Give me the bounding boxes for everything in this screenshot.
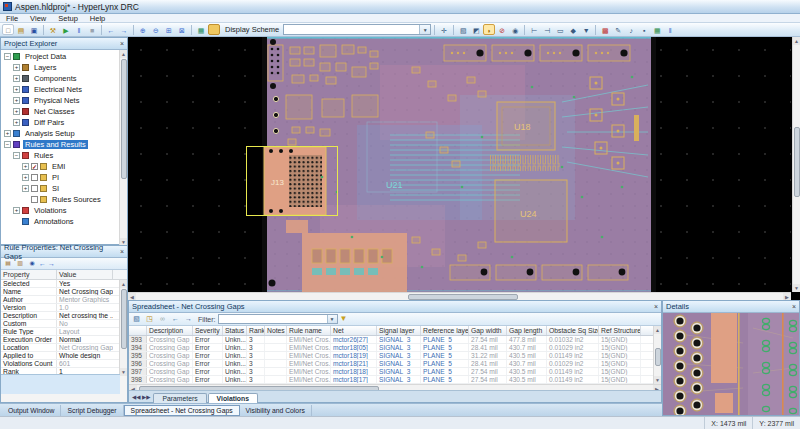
tree-item-violations[interactable]: +Violations bbox=[1, 205, 119, 216]
display-scheme-combo[interactable]: ▼ bbox=[283, 24, 431, 35]
select-icon[interactable]: ▧ bbox=[457, 24, 469, 35]
scroll-up-arrow[interactable]: ▲ bbox=[654, 326, 661, 334]
board-view-icon[interactable]: ▦ bbox=[195, 24, 207, 35]
tree-item-emi[interactable]: +✓EMI bbox=[1, 161, 119, 172]
column-header-description[interactable]: Description bbox=[147, 326, 193, 335]
property-value[interactable]: No bbox=[57, 320, 113, 327]
tree-item-pi[interactable]: +PI bbox=[1, 172, 119, 183]
plus-expander-icon[interactable]: + bbox=[13, 97, 20, 104]
zoom-in-icon[interactable]: ⊕ bbox=[137, 24, 149, 35]
new-file-icon[interactable]: □ bbox=[2, 24, 14, 35]
menu-setup[interactable]: Setup bbox=[52, 14, 84, 22]
violation-row-393[interactable]: 393Crossing GapErrorUnkn...3EMI/Net Cros… bbox=[129, 336, 653, 344]
plus-expander-icon[interactable]: + bbox=[22, 174, 29, 181]
property-row-custom[interactable]: CustomNo bbox=[1, 320, 119, 328]
property-value[interactable]: Yes bbox=[57, 280, 113, 287]
menu-file[interactable]: File bbox=[0, 14, 24, 22]
tree-item-physical-nets[interactable]: +Physical Nets bbox=[1, 95, 119, 106]
checkbox-unchecked[interactable] bbox=[31, 174, 38, 181]
tree-vscrollbar[interactable]: ▲ ▼ bbox=[119, 50, 127, 246]
property-column-header[interactable]: Property bbox=[1, 270, 57, 279]
marker-icon[interactable]: ◆ bbox=[567, 24, 579, 35]
cell-signal-layer[interactable]: SIGNAL_3 bbox=[377, 344, 421, 351]
property-value[interactable]: 601 bbox=[57, 360, 113, 367]
property-row-author[interactable]: AuthorMentor Graphics bbox=[1, 296, 119, 304]
dock-tab-visibility-and-colors[interactable]: Visibility and Colors bbox=[240, 405, 312, 416]
property-row-violations-count[interactable]: Violations Count601 bbox=[1, 360, 119, 368]
fit-view-icon[interactable]: ✛ bbox=[438, 24, 450, 35]
tab-nav-arrows[interactable]: ◀◀ ▶▶ bbox=[129, 391, 153, 402]
link-icon[interactable]: ∞ bbox=[157, 314, 168, 324]
plus-expander-icon[interactable]: + bbox=[22, 163, 29, 170]
scroll-thumb[interactable] bbox=[794, 127, 800, 197]
wrench-icon[interactable]: ⚒ bbox=[47, 24, 59, 35]
cell-reference-layer[interactable]: PLANE_5 bbox=[421, 376, 469, 383]
property-value[interactable]: 1.0 bbox=[57, 304, 113, 311]
forward-icon[interactable]: → bbox=[118, 24, 130, 35]
tab-parameters[interactable]: Parameters bbox=[153, 393, 206, 403]
scroll-down-arrow[interactable]: ▼ bbox=[654, 376, 661, 384]
property-value[interactable]: Net Crossing Gaps bbox=[57, 288, 113, 295]
cell-net[interactable]: mctor18[18] bbox=[331, 368, 377, 375]
tree-item-rules-sources[interactable]: Rules Sources bbox=[1, 194, 119, 205]
scroll-right-arrow[interactable]: ▶ bbox=[783, 293, 791, 300]
no-entry-icon[interactable]: ⊘ bbox=[496, 24, 508, 35]
tree-item-si[interactable]: +SI bbox=[1, 183, 119, 194]
property-value[interactable]: Normal bbox=[57, 336, 113, 343]
back-icon[interactable]: ← bbox=[105, 24, 117, 35]
row-number[interactable]: 398 bbox=[129, 376, 147, 383]
checkbox-unchecked[interactable] bbox=[31, 185, 38, 192]
row-number[interactable]: 394 bbox=[129, 344, 147, 351]
categorize-icon[interactable]: ▤ bbox=[3, 259, 13, 268]
violation-row-398[interactable]: 398Crossing GapErrorUnkn...3EMI/Net Cros… bbox=[129, 376, 653, 384]
property-value[interactable]: Layout bbox=[57, 328, 113, 335]
zoom-fit-icon[interactable]: ⊠ bbox=[176, 24, 188, 35]
plus-expander-icon[interactable]: + bbox=[13, 86, 20, 93]
column-header-gap-length[interactable]: Gap length bbox=[507, 326, 547, 335]
table-vscrollbar[interactable]: ▲ ▼ bbox=[653, 326, 661, 384]
back-icon[interactable]: ← bbox=[39, 260, 46, 267]
cell-signal-layer[interactable]: SIGNAL_3 bbox=[377, 376, 421, 383]
stop-icon[interactable]: ■ bbox=[86, 24, 98, 35]
minus-expander-icon[interactable]: − bbox=[4, 53, 11, 60]
violation-row-395[interactable]: 395Crossing GapErrorUnkn...3EMI/Net Cros… bbox=[129, 352, 653, 360]
colors-icon[interactable]: ▩ bbox=[599, 24, 611, 35]
forward-icon[interactable]: → bbox=[183, 314, 194, 324]
scroll-left-arrow[interactable]: ◀ bbox=[128, 293, 136, 300]
tree-item-project-data[interactable]: −Project Data bbox=[1, 51, 119, 62]
script-icon[interactable]: ♪ bbox=[625, 24, 637, 35]
cell-net[interactable]: mctor18[19] bbox=[331, 352, 377, 359]
plus-expander-icon[interactable]: + bbox=[13, 119, 20, 126]
cell-reference-layer[interactable]: PLANE_5 bbox=[421, 336, 469, 343]
display-swatch-icon[interactable] bbox=[208, 24, 220, 35]
pause-icon[interactable]: ‖ bbox=[73, 24, 85, 35]
value-column-header[interactable]: Value bbox=[57, 270, 113, 279]
column-header-ref-structure[interactable]: Ref Structure bbox=[599, 326, 641, 335]
column-header-gap-width[interactable]: Gap width bbox=[469, 326, 507, 335]
checkbox-unchecked[interactable] bbox=[31, 196, 38, 203]
property-value[interactable]: Net Crossing Gap... bbox=[57, 344, 113, 351]
edit-icon[interactable]: ✎ bbox=[612, 24, 624, 35]
property-row-version[interactable]: Version1.0 bbox=[1, 304, 119, 312]
tree-item-rules-and-results[interactable]: −Rules and Results bbox=[1, 139, 119, 150]
column-header-rule-name[interactable]: Rule name bbox=[287, 326, 331, 335]
violation-row-394[interactable]: 394Crossing GapErrorUnkn...3EMI/Net Cros… bbox=[129, 344, 653, 352]
cell-signal-layer[interactable]: SIGNAL_3 bbox=[377, 352, 421, 359]
dock-tab-script-debugger[interactable]: Script Debugger bbox=[61, 405, 123, 416]
column-header-severity[interactable]: Severity bbox=[193, 326, 223, 335]
plus-expander-icon[interactable]: + bbox=[4, 130, 11, 137]
measure-icon[interactable]: ▭ bbox=[554, 24, 566, 35]
zoom-area-icon[interactable]: ⊞ bbox=[163, 24, 175, 35]
property-row-rule-type[interactable]: Rule TypeLayout bbox=[1, 328, 119, 336]
close-icon[interactable]: × bbox=[120, 248, 124, 255]
cell-net[interactable]: mctor18[21] bbox=[331, 360, 377, 367]
tree-item-layers[interactable]: +Layers bbox=[1, 62, 119, 73]
tab-violations[interactable]: Violations bbox=[208, 393, 258, 403]
cell-signal-layer[interactable]: SIGNAL_3 bbox=[377, 368, 421, 375]
layout-vscrollbar[interactable]: ▲ ▼ bbox=[792, 37, 800, 292]
dock-tab-spreadsheet-net-crossing-gaps[interactable]: Spreadsheet - Net Crossing Gaps bbox=[124, 405, 240, 416]
property-row-execution-order[interactable]: Execution OrderNormal bbox=[1, 336, 119, 344]
mask-icon[interactable]: ◉ bbox=[509, 24, 521, 35]
column-header-status[interactable]: Status bbox=[223, 326, 247, 335]
property-row-location[interactable]: LocationNet Crossing Gap... bbox=[1, 344, 119, 352]
